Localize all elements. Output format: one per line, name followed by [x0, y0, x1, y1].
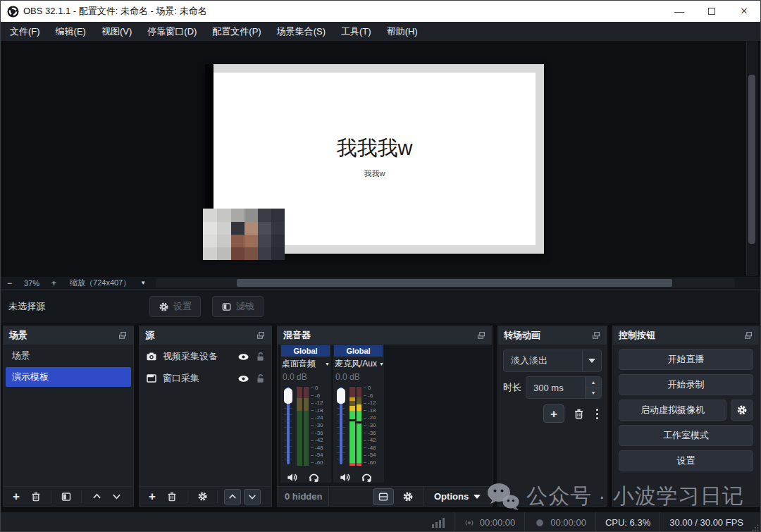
source-label: 窗口采集: [163, 372, 232, 385]
mixer-layout-button[interactable]: [373, 488, 394, 505]
popout-icon[interactable]: [476, 330, 486, 340]
stream-timer: 00:00:00: [454, 512, 525, 532]
preview-vertical-scrollbar[interactable]: [746, 42, 757, 276]
controls-header[interactable]: 控制按钮: [613, 326, 759, 345]
preview-canvas[interactable]: 我我我w 我我w: [1, 41, 760, 277]
transition-select[interactable]: 淡入淡出: [503, 349, 602, 372]
fps-indicator: 30.00 / 30.00 FPS: [660, 512, 760, 532]
settings-button[interactable]: 设置: [619, 450, 753, 471]
maximize-button[interactable]: [695, 1, 728, 22]
hidden-count-label: 0 hidden: [278, 491, 328, 502]
scene-item-selected[interactable]: 演示模板: [6, 367, 131, 387]
popout-icon[interactable]: [743, 330, 753, 340]
recording-timer: 00:00:00: [524, 512, 595, 532]
chevron-down-icon: [588, 359, 595, 363]
visibility-eye-icon[interactable]: [237, 351, 249, 363]
minimize-button[interactable]: —: [663, 1, 695, 22]
channel-name-dropdown[interactable]: 桌面音频▼: [280, 357, 331, 370]
scene-down-button[interactable]: [108, 489, 125, 505]
window-title: OBS 32.1.1 - 配置文件: 未命名 - 场景: 未命名: [23, 5, 207, 18]
start-virtual-camera-button[interactable]: 启动虚拟摄像机: [619, 400, 726, 421]
record-time: 00:00:00: [550, 517, 586, 528]
gear-icon: [402, 491, 414, 502]
vertical-scrollbar-thumb[interactable]: [748, 75, 755, 244]
resize-grip[interactable]: [752, 524, 759, 531]
menu-help[interactable]: 帮助(H): [379, 22, 426, 41]
menu-file[interactable]: 文件(F): [2, 22, 48, 41]
headphones-muted-icon[interactable]: [308, 471, 320, 483]
mixer-channel-mic-aux: Global 麦克风/Aux▼ 0.0 dB 0-6-12-18-24-30-3…: [333, 345, 385, 483]
close-button[interactable]: ×: [728, 1, 760, 22]
fader-thumb[interactable]: [284, 388, 292, 404]
duration-spinbox[interactable]: 300 ms ▲ ▼: [526, 376, 602, 399]
source-row[interactable]: 窗口采集: [140, 369, 271, 388]
mixer-header[interactable]: 混音器: [278, 326, 492, 345]
remove-transition-button[interactable]: [573, 408, 585, 420]
rows-icon: [378, 491, 389, 502]
fader-thumb[interactable]: [337, 388, 345, 404]
popout-icon[interactable]: [256, 330, 266, 340]
source-properties-button[interactable]: 设置: [149, 296, 201, 317]
lock-open-icon[interactable]: [255, 373, 266, 384]
add-source-button[interactable]: +: [144, 489, 161, 505]
zoom-in-button[interactable]: +: [45, 278, 63, 288]
volume-meter: [349, 387, 361, 466]
signal-bars-icon: [432, 517, 445, 528]
zoom-out-button[interactable]: −: [1, 278, 18, 288]
scenes-title: 场景: [9, 329, 27, 342]
remove-scene-button[interactable]: [27, 489, 44, 505]
global-badge: Global: [281, 345, 330, 357]
source-row[interactable]: 视频采集设备: [140, 347, 271, 366]
transitions-header[interactable]: 转场动画: [498, 326, 607, 345]
advanced-audio-button[interactable]: [402, 491, 414, 502]
duration-increase-button[interactable]: ▲: [586, 377, 601, 388]
menu-docks[interactable]: 停靠窗口(D): [140, 22, 204, 41]
popout-icon[interactable]: [118, 330, 128, 340]
menu-profile[interactable]: 配置文件(P): [204, 22, 268, 41]
menu-view[interactable]: 视图(V): [94, 22, 140, 41]
visibility-eye-icon[interactable]: [237, 373, 249, 385]
speaker-icon[interactable]: [339, 471, 351, 483]
scene-item[interactable]: 场景: [6, 346, 131, 366]
obs-logo-icon: [7, 6, 19, 18]
lock-open-icon[interactable]: [255, 352, 266, 362]
menu-edit[interactable]: 编辑(E): [48, 22, 94, 41]
zoom-mode-label[interactable]: 缩放（724x407）: [63, 278, 136, 288]
mixer-options-dropdown[interactable]: Options: [434, 491, 481, 502]
start-recording-button[interactable]: 开始录制: [619, 374, 753, 395]
source-down-button[interactable]: [244, 489, 261, 505]
global-badge: Global: [334, 345, 383, 357]
popout-icon[interactable]: [591, 330, 601, 340]
volume-fader[interactable]: [283, 385, 294, 466]
chevron-down-icon: ▼: [379, 361, 384, 366]
gear-icon: [159, 302, 169, 312]
speaker-icon[interactable]: [286, 471, 298, 483]
horizontal-scrollbar-thumb[interactable]: [237, 279, 672, 287]
add-scene-button[interactable]: +: [8, 489, 25, 505]
transition-select-arrow[interactable]: [582, 350, 601, 371]
sources-title: 源: [145, 329, 154, 342]
menu-scene-collection[interactable]: 场景集合(S): [269, 22, 333, 41]
add-transition-button[interactable]: +: [543, 404, 564, 423]
scene-filters-button[interactable]: [58, 489, 75, 505]
zoom-mode-dropdown-icon[interactable]: ▼: [136, 280, 156, 286]
no-source-selected-label: 未选择源: [8, 300, 149, 313]
channel-name-dropdown[interactable]: 麦克风/Aux▼: [333, 357, 384, 370]
scenes-header[interactable]: 场景: [4, 326, 133, 345]
scene-up-button[interactable]: [88, 489, 105, 505]
duration-decrease-button[interactable]: ▼: [586, 388, 601, 399]
studio-mode-button[interactable]: 工作室模式: [619, 425, 753, 446]
headphones-muted-icon[interactable]: [361, 471, 373, 483]
start-streaming-button[interactable]: 开始直播: [619, 349, 753, 370]
remove-source-button[interactable]: [163, 489, 180, 505]
volume-fader[interactable]: [335, 385, 347, 466]
virtual-camera-settings-button[interactable]: [731, 400, 753, 421]
source-properties-button[interactable]: [194, 489, 211, 505]
preview-horizontal-scrollbar[interactable]: [156, 278, 735, 287]
sources-header[interactable]: 源: [140, 326, 271, 345]
transition-properties-kebab[interactable]: [593, 409, 601, 419]
source-filters-button[interactable]: 滤镜: [212, 296, 264, 317]
source-up-button[interactable]: [224, 489, 241, 505]
menu-tools[interactable]: 工具(T): [333, 22, 379, 41]
slide-subtitle-text: 我我w: [214, 168, 536, 179]
